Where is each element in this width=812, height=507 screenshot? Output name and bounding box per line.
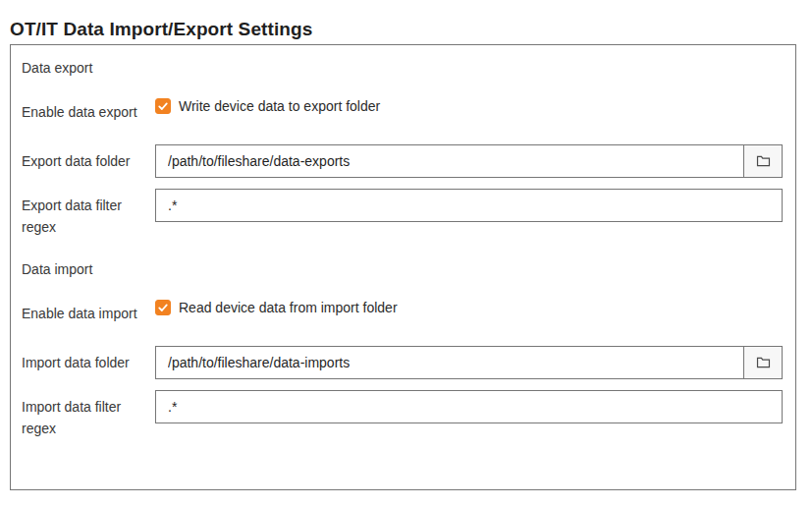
import-export-settings-panel: Data export Enable data export Write dev… xyxy=(10,44,796,490)
row-import-data-filter-regex: Import data filter regex xyxy=(22,390,783,439)
row-export-data-filter-regex: Export data filter regex xyxy=(22,189,783,238)
row-enable-data-import: Enable data import Read device data from… xyxy=(22,300,783,324)
import-data-folder-label: Import data folder xyxy=(22,346,155,373)
enable-data-export-checkbox[interactable] xyxy=(155,98,171,114)
import-data-filter-regex-input[interactable] xyxy=(155,390,783,423)
export-data-filter-regex-label: Export data filter regex xyxy=(22,189,155,238)
row-export-data-folder: Export data folder xyxy=(22,144,783,178)
import-data-folder-control xyxy=(155,346,783,379)
page-title: OT/IT Data Import/Export Settings xyxy=(10,19,312,40)
import-data-filter-regex-label: Import data filter regex xyxy=(22,390,155,439)
folder-icon xyxy=(756,356,771,369)
enable-data-import-checkbox[interactable] xyxy=(155,300,171,315)
section-heading-data-export: Data export xyxy=(22,59,783,77)
enable-data-import-field: Read device data from import folder xyxy=(155,300,783,315)
settings-page: OT/IT Data Import/Export Settings Data e… xyxy=(0,0,812,507)
import-data-filter-regex-control xyxy=(155,390,783,423)
checkmark-icon xyxy=(157,302,169,313)
enable-data-export-checkbox-label[interactable]: Write device data to export folder xyxy=(179,98,380,114)
checkmark-icon xyxy=(157,100,169,112)
row-import-data-folder: Import data folder xyxy=(22,346,783,379)
section-heading-data-import: Data import xyxy=(22,260,783,278)
export-data-filter-regex-control xyxy=(155,189,783,222)
enable-data-export-label: Enable data export xyxy=(22,98,155,123)
row-enable-data-export: Enable data export Write device data to … xyxy=(22,98,783,123)
import-folder-browse-button[interactable] xyxy=(743,346,783,379)
enable-data-import-checkbox-label[interactable]: Read device data from import folder xyxy=(179,300,398,315)
export-data-filter-regex-input[interactable] xyxy=(155,189,783,222)
folder-icon xyxy=(756,154,771,168)
enable-data-export-field: Write device data to export folder xyxy=(155,98,783,114)
export-data-folder-label: Export data folder xyxy=(22,144,155,172)
export-data-folder-input[interactable] xyxy=(155,144,744,178)
export-data-folder-control xyxy=(155,144,783,178)
enable-data-import-label: Enable data import xyxy=(22,300,155,324)
import-data-folder-input[interactable] xyxy=(155,346,744,379)
export-folder-browse-button[interactable] xyxy=(743,144,783,178)
